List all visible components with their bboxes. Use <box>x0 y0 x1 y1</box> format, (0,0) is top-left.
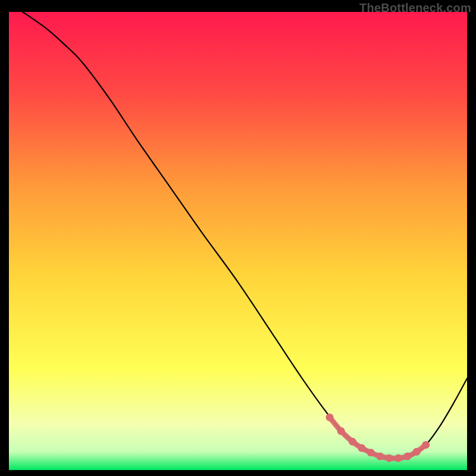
svg-point-5 <box>376 452 384 460</box>
chart-area <box>9 12 467 470</box>
svg-point-3 <box>358 444 365 452</box>
gradient-background <box>9 12 467 470</box>
svg-point-7 <box>394 454 402 462</box>
svg-point-8 <box>403 452 411 460</box>
svg-point-10 <box>422 441 430 449</box>
svg-point-9 <box>413 448 421 456</box>
svg-point-1 <box>337 427 345 435</box>
svg-point-6 <box>386 454 393 462</box>
svg-point-0 <box>326 414 334 421</box>
svg-point-2 <box>349 438 356 446</box>
svg-point-4 <box>367 449 375 456</box>
bottleneck-curve-chart <box>9 12 467 470</box>
